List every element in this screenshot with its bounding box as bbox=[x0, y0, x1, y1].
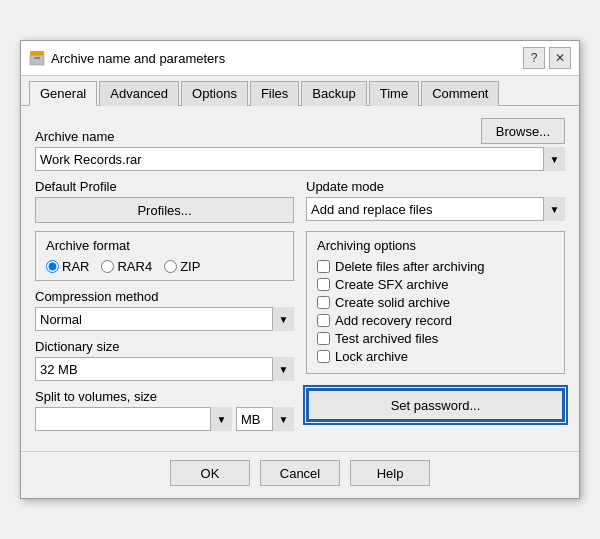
checkbox-delete-files-input[interactable] bbox=[317, 260, 330, 273]
checkbox-add-recovery-input[interactable] bbox=[317, 314, 330, 327]
title-bar-buttons: ? ✕ bbox=[523, 47, 571, 69]
tab-time[interactable]: Time bbox=[369, 81, 419, 106]
tab-backup[interactable]: Backup bbox=[301, 81, 366, 106]
profile-update-row: Default Profile Profiles... Update mode … bbox=[35, 179, 565, 223]
dialog: Archive name and parameters ? ✕ General … bbox=[20, 40, 580, 499]
update-mode-select-wrap: Add and replace files Update and add fil… bbox=[306, 197, 565, 221]
compression-section: Compression method Store Fastest Fast No… bbox=[35, 289, 294, 331]
archiving-options-label: Archiving options bbox=[317, 238, 554, 253]
archive-format-label: Archive format bbox=[46, 238, 283, 253]
right-column: Archiving options Delete files after arc… bbox=[306, 231, 565, 431]
tab-advanced[interactable]: Advanced bbox=[99, 81, 179, 106]
help-button[interactable]: ? bbox=[523, 47, 545, 69]
svg-rect-1 bbox=[30, 55, 44, 65]
checkbox-lock-archive-input[interactable] bbox=[317, 350, 330, 363]
title-bar: Archive name and parameters ? ✕ bbox=[21, 41, 579, 76]
svg-rect-2 bbox=[34, 57, 40, 59]
radio-zip[interactable]: ZIP bbox=[164, 259, 200, 274]
update-mode-label: Update mode bbox=[306, 179, 565, 194]
set-password-button[interactable]: Set password... bbox=[306, 388, 565, 422]
dialog-title: Archive name and parameters bbox=[51, 51, 225, 66]
radio-row: RAR RAR4 ZIP bbox=[46, 259, 283, 274]
split-value-wrap: ▼ bbox=[35, 407, 232, 431]
radio-rar4-input[interactable] bbox=[101, 260, 114, 273]
checkbox-add-recovery[interactable]: Add recovery record bbox=[317, 313, 554, 328]
update-mode-select[interactable]: Add and replace files Update and add fil… bbox=[306, 197, 565, 221]
checkbox-create-sfx-input[interactable] bbox=[317, 278, 330, 291]
radio-rar-input[interactable] bbox=[46, 260, 59, 273]
archive-name-label: Archive name bbox=[35, 129, 114, 144]
compression-select-wrap: Store Fastest Fast Normal Good Best ▼ bbox=[35, 307, 294, 331]
set-password-section: Set password... bbox=[306, 382, 565, 422]
split-unit-select[interactable]: B KB MB GB bbox=[236, 407, 294, 431]
radio-zip-input[interactable] bbox=[164, 260, 177, 273]
tab-files[interactable]: Files bbox=[250, 81, 299, 106]
dictionary-select[interactable]: 512 KB 1 MB 2 MB 4 MB 8 MB 16 MB 32 MB 6… bbox=[35, 357, 294, 381]
profiles-button[interactable]: Profiles... bbox=[35, 197, 294, 223]
ok-button[interactable]: OK bbox=[170, 460, 250, 486]
split-value-select[interactable] bbox=[35, 407, 232, 431]
archive-format-group: Archive format RAR RAR4 ZIP bbox=[35, 231, 294, 281]
bottom-buttons: OK Cancel Help bbox=[21, 451, 579, 498]
checkbox-create-solid[interactable]: Create solid archive bbox=[317, 295, 554, 310]
title-bar-left: Archive name and parameters bbox=[29, 50, 225, 66]
archive-name-field: ▼ bbox=[35, 147, 565, 171]
checkbox-test-files[interactable]: Test archived files bbox=[317, 331, 554, 346]
default-profile-section: Default Profile Profiles... bbox=[35, 179, 294, 223]
compression-select[interactable]: Store Fastest Fast Normal Good Best bbox=[35, 307, 294, 331]
checkbox-delete-files[interactable]: Delete files after archiving bbox=[317, 259, 554, 274]
main-content: Archive name Browse... ▼ Default Profile… bbox=[21, 106, 579, 451]
dictionary-label: Dictionary size bbox=[35, 339, 294, 354]
archive-name-section: Archive name Browse... ▼ bbox=[35, 118, 565, 171]
split-unit-wrap: B KB MB GB ▼ bbox=[236, 407, 294, 431]
radio-rar[interactable]: RAR bbox=[46, 259, 89, 274]
checkbox-create-sfx[interactable]: Create SFX archive bbox=[317, 277, 554, 292]
archive-name-input[interactable] bbox=[35, 147, 565, 171]
checkbox-create-solid-input[interactable] bbox=[317, 296, 330, 309]
radio-rar4[interactable]: RAR4 bbox=[101, 259, 152, 274]
svg-rect-0 bbox=[30, 51, 44, 55]
update-mode-section: Update mode Add and replace files Update… bbox=[306, 179, 565, 223]
archive-icon bbox=[29, 50, 45, 66]
checkbox-lock-archive[interactable]: Lock archive bbox=[317, 349, 554, 364]
archiving-options-group: Archiving options Delete files after arc… bbox=[306, 231, 565, 374]
tab-options[interactable]: Options bbox=[181, 81, 248, 106]
left-column: Archive format RAR RAR4 ZIP bbox=[35, 231, 294, 431]
dictionary-section: Dictionary size 512 KB 1 MB 2 MB 4 MB 8 … bbox=[35, 339, 294, 381]
split-section: Split to volumes, size ▼ B KB bbox=[35, 389, 294, 431]
split-controls: ▼ B KB MB GB ▼ bbox=[35, 407, 294, 431]
help-button-bottom[interactable]: Help bbox=[350, 460, 430, 486]
default-profile-label: Default Profile bbox=[35, 179, 294, 194]
checkbox-test-files-input[interactable] bbox=[317, 332, 330, 345]
dictionary-select-wrap: 512 KB 1 MB 2 MB 4 MB 8 MB 16 MB 32 MB 6… bbox=[35, 357, 294, 381]
close-button[interactable]: ✕ bbox=[549, 47, 571, 69]
split-label: Split to volumes, size bbox=[35, 389, 294, 404]
cancel-button[interactable]: Cancel bbox=[260, 460, 340, 486]
format-options-row: Archive format RAR RAR4 ZIP bbox=[35, 231, 565, 431]
compression-label: Compression method bbox=[35, 289, 294, 304]
tab-comment[interactable]: Comment bbox=[421, 81, 499, 106]
browse-button[interactable]: Browse... bbox=[481, 118, 565, 144]
tab-bar: General Advanced Options Files Backup Ti… bbox=[21, 76, 579, 106]
tab-general[interactable]: General bbox=[29, 81, 97, 106]
